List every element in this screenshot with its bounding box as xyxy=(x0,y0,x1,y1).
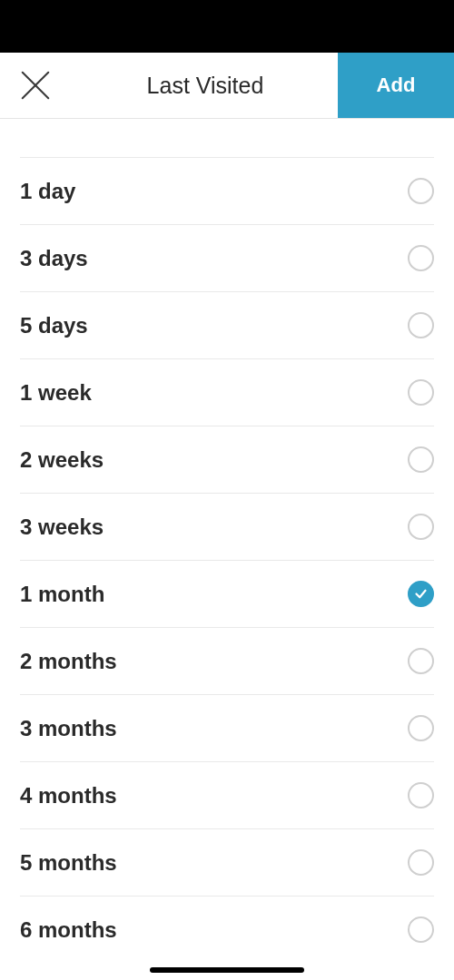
page-title: Last Visited xyxy=(73,53,338,118)
radio-unselected[interactable] xyxy=(408,715,434,741)
radio-unselected[interactable] xyxy=(408,379,434,406)
radio-unselected[interactable] xyxy=(408,648,434,674)
home-indicator xyxy=(150,967,304,973)
option-label: 6 months xyxy=(20,917,117,943)
option-row[interactable]: 3 days xyxy=(20,224,434,291)
option-label: 1 month xyxy=(20,582,104,607)
option-label: 3 weeks xyxy=(20,514,104,540)
header: Last Visited Add xyxy=(0,53,454,119)
radio-unselected[interactable] xyxy=(408,514,434,540)
option-row[interactable]: 5 days xyxy=(20,291,434,358)
option-label: 2 months xyxy=(20,649,117,674)
option-row[interactable]: 1 day xyxy=(20,157,434,224)
radio-unselected[interactable] xyxy=(408,245,434,271)
radio-unselected[interactable] xyxy=(408,849,434,876)
option-label: 3 days xyxy=(20,246,88,271)
option-label: 1 day xyxy=(20,179,75,204)
option-row[interactable]: 6 months xyxy=(20,896,434,963)
option-label: 5 months xyxy=(20,850,117,876)
close-icon xyxy=(18,68,53,103)
option-row[interactable]: 2 weeks xyxy=(20,426,434,493)
option-row[interactable]: 4 months xyxy=(20,761,434,828)
option-label: 1 week xyxy=(20,380,92,406)
option-label: 5 days xyxy=(20,313,88,338)
option-label: 2 weeks xyxy=(20,447,104,473)
close-button[interactable] xyxy=(0,53,73,118)
radio-unselected[interactable] xyxy=(408,178,434,204)
option-label: 3 months xyxy=(20,716,117,741)
option-row[interactable]: 1 week xyxy=(20,358,434,426)
option-row[interactable]: 1 month xyxy=(20,560,434,627)
option-row[interactable]: 5 months xyxy=(20,828,434,896)
option-list: 1 day3 days5 days1 week2 weeks3 weeks1 m… xyxy=(0,119,454,963)
option-row[interactable]: 2 months xyxy=(20,627,434,694)
check-icon xyxy=(414,587,428,601)
option-row[interactable]: 3 weeks xyxy=(20,493,434,560)
radio-selected[interactable] xyxy=(408,581,434,607)
radio-unselected[interactable] xyxy=(408,916,434,943)
radio-unselected[interactable] xyxy=(408,446,434,473)
status-bar xyxy=(0,0,454,53)
radio-unselected[interactable] xyxy=(408,782,434,808)
option-row[interactable]: 3 months xyxy=(20,694,434,761)
add-button[interactable]: Add xyxy=(338,53,454,118)
radio-unselected[interactable] xyxy=(408,312,434,338)
option-label: 4 months xyxy=(20,783,117,808)
